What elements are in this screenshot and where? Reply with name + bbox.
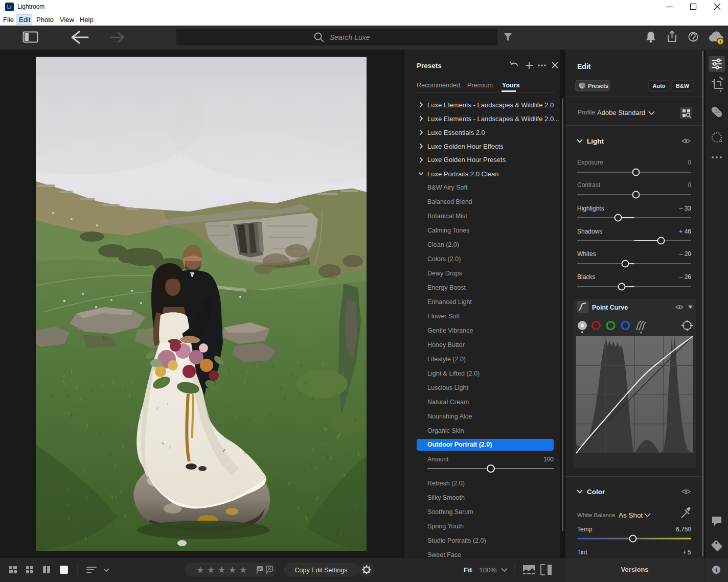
- svg-text:B&W: B&W: [676, 83, 690, 89]
- svg-text:!: !: [720, 39, 721, 44]
- svg-text:Search Luxe: Search Luxe: [330, 33, 370, 41]
- svg-text:+ 46: + 46: [679, 228, 691, 235]
- svg-text:Point Curve: Point Curve: [592, 304, 628, 311]
- svg-text:0: 0: [688, 181, 691, 189]
- svg-text:Exposure: Exposure: [577, 159, 603, 166]
- svg-text:Edit: Edit: [577, 62, 591, 71]
- svg-text:+ 5: + 5: [682, 549, 691, 556]
- svg-text:Copy Edit Settings: Copy Edit Settings: [295, 567, 348, 574]
- svg-text:– 26: – 26: [679, 273, 692, 281]
- svg-text:Tint: Tint: [577, 549, 587, 556]
- svg-text:Blacks: Blacks: [577, 273, 595, 281]
- svg-text:★: ★: [196, 565, 204, 575]
- svg-text:Light: Light: [587, 137, 604, 145]
- svg-text:White Balance: White Balance: [577, 512, 615, 518]
- svg-text:Whites: Whites: [577, 250, 596, 258]
- svg-text:★: ★: [229, 565, 236, 575]
- svg-text:Highlights: Highlights: [577, 205, 604, 212]
- svg-text:– 20: – 20: [679, 250, 692, 258]
- svg-text:0: 0: [688, 159, 691, 166]
- svg-text:Profile: Profile: [578, 109, 595, 116]
- svg-text:Adobe Standard: Adobe Standard: [597, 109, 645, 117]
- svg-text:★: ★: [239, 565, 247, 575]
- svg-text:100%: 100%: [479, 566, 497, 574]
- svg-text:Auto: Auto: [652, 83, 665, 89]
- svg-text:6,750: 6,750: [676, 526, 691, 533]
- svg-text:– 33: – 33: [679, 205, 692, 212]
- svg-text:Shadows: Shadows: [577, 228, 602, 235]
- svg-text:Temp: Temp: [577, 526, 593, 533]
- svg-text:Contrast: Contrast: [577, 181, 601, 189]
- svg-text:As Shot: As Shot: [619, 511, 643, 519]
- svg-text:★: ★: [207, 565, 215, 575]
- svg-text:Fit: Fit: [464, 566, 472, 574]
- svg-text:Presets: Presets: [588, 83, 608, 89]
- svg-text:★: ★: [218, 565, 225, 575]
- svg-text:Color: Color: [587, 488, 605, 496]
